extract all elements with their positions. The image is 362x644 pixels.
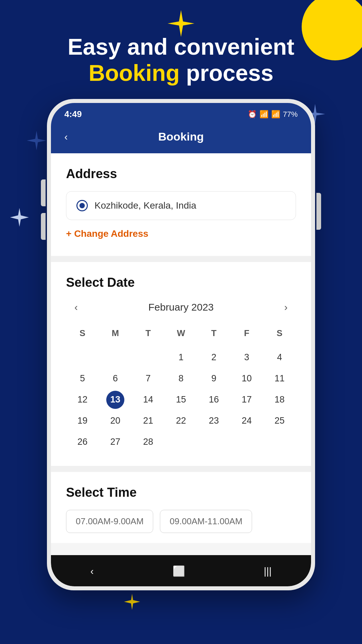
calendar-empty-0-0 xyxy=(66,347,99,368)
star-yellow-bottom-icon xyxy=(124,594,140,614)
calendar-day-22[interactable]: 22 xyxy=(165,410,197,431)
alarm-icon: ⏰ xyxy=(248,110,257,119)
calendar-day-19[interactable]: 19 xyxy=(66,410,99,431)
volume-down-button xyxy=(41,213,46,240)
header-area: Easy and convenient Booking process xyxy=(0,34,362,86)
calendar-day-25[interactable]: 25 xyxy=(263,410,296,431)
day-label-tue: T xyxy=(132,325,165,342)
address-value: Kozhikode, Kerala, India xyxy=(95,200,196,211)
nav-home-button[interactable]: ⬜ xyxy=(163,562,195,580)
calendar-day-11[interactable]: 11 xyxy=(263,368,296,389)
calendar-section: Select Date ‹ February 2023 › S M T W T … xyxy=(51,262,311,466)
status-icons: ⏰ 📶 📶 77% xyxy=(248,110,298,119)
calendar-empty-0-1 xyxy=(99,347,132,368)
calendar-nav: ‹ February 2023 › xyxy=(66,300,296,315)
nav-back-button[interactable]: ‹ xyxy=(80,563,104,580)
calendar-day-7[interactable]: 7 xyxy=(132,368,165,389)
calendar-day-27[interactable]: 27 xyxy=(99,431,132,452)
address-section-title: Address xyxy=(66,167,296,181)
calendar-month-label: February 2023 xyxy=(148,302,214,313)
back-button[interactable]: ‹ xyxy=(64,131,68,143)
nav-recents-button[interactable]: ||| xyxy=(254,563,282,580)
calendar-day-1[interactable]: 1 xyxy=(165,347,197,368)
calendar-day-headers: S M T W T F S xyxy=(66,325,296,342)
select-date-title: Select Date xyxy=(66,275,296,290)
section-divider-1 xyxy=(51,256,311,262)
calendar-day-2[interactable]: 2 xyxy=(197,347,230,368)
calendar-day-21[interactable]: 21 xyxy=(132,410,165,431)
day-label-sun: S xyxy=(66,325,99,342)
star-blue-left-icon xyxy=(27,131,46,155)
address-section: Address Kozhikode, Kerala, India + Chang… xyxy=(51,153,311,256)
time-slot-1[interactable]: 09.00AM-11.00AM xyxy=(160,510,252,533)
change-address-button[interactable]: + Change Address xyxy=(66,228,148,239)
prev-month-button[interactable]: ‹ xyxy=(69,300,83,315)
header-title: Easy and convenient Booking process xyxy=(20,34,342,86)
header-line1: Easy and convenient xyxy=(68,34,294,59)
bottom-nav: ‹ ⬜ ||| xyxy=(51,555,311,586)
time-slot-0[interactable]: 07.00AM-9.00AM xyxy=(66,510,153,533)
calendar-day-28[interactable]: 28 xyxy=(132,431,165,452)
calendar-day-18[interactable]: 18 xyxy=(263,389,296,410)
calendar-day-12[interactable]: 12 xyxy=(66,389,99,410)
calendar-day-16[interactable]: 16 xyxy=(197,389,230,410)
calendar-day-14[interactable]: 14 xyxy=(132,389,165,410)
day-label-sat: S xyxy=(263,325,296,342)
calendar-empty-4-3 xyxy=(165,431,197,452)
status-time: 4:49 xyxy=(64,109,82,119)
calendar-empty-4-4 xyxy=(197,431,230,452)
power-button xyxy=(316,193,321,230)
calendar-day-23[interactable]: 23 xyxy=(197,410,230,431)
wifi-icon: 📶 xyxy=(259,110,268,119)
app-title: Booking xyxy=(158,130,204,143)
radio-inner xyxy=(79,203,85,208)
select-time-title: Select Time xyxy=(66,485,296,500)
calendar-day-6[interactable]: 6 xyxy=(99,368,132,389)
phone-mockup: 4:49 ⏰ 📶 📶 77% ‹ Booking Address xyxy=(47,99,315,590)
calendar-empty-4-5 xyxy=(230,431,263,452)
calendar-day-10[interactable]: 10 xyxy=(230,368,263,389)
day-label-fri: F xyxy=(230,325,263,342)
app-content: Address Kozhikode, Kerala, India + Chang… xyxy=(51,153,311,555)
calendar-day-20[interactable]: 20 xyxy=(99,410,132,431)
next-month-button[interactable]: › xyxy=(279,300,293,315)
calendar-day-8[interactable]: 8 xyxy=(165,368,197,389)
calendar-day-13[interactable]: 13 xyxy=(106,391,124,409)
day-label-wed: W xyxy=(165,325,197,342)
calendar-day-17[interactable]: 17 xyxy=(230,389,263,410)
app-header: ‹ Booking xyxy=(51,123,311,153)
time-section: Select Time 07.00AM-9.00AM 09.00AM-11.00… xyxy=(51,472,311,543)
calendar-day-3[interactable]: 3 xyxy=(230,347,263,368)
calendar-day-26[interactable]: 26 xyxy=(66,431,99,452)
status-bar: 4:49 ⏰ 📶 📶 77% xyxy=(51,103,311,123)
calendar-day-15[interactable]: 15 xyxy=(165,389,197,410)
calendar-empty-4-6 xyxy=(263,431,296,452)
day-label-thu: T xyxy=(197,325,230,342)
content-scroll: Address Kozhikode, Kerala, India + Chang… xyxy=(51,153,311,555)
time-slots-container: 07.00AM-9.00AM 09.00AM-11.00AM xyxy=(66,510,296,533)
section-divider-2 xyxy=(51,466,311,472)
calendar-day-24[interactable]: 24 xyxy=(230,410,263,431)
calendar-empty-0-2 xyxy=(132,347,165,368)
calendar-day-9[interactable]: 9 xyxy=(197,368,230,389)
star-yellow-top-icon xyxy=(168,10,194,37)
address-box: Kozhikode, Kerala, India xyxy=(66,191,296,220)
radio-selected-icon xyxy=(76,200,88,211)
phone-screen: 4:49 ⏰ 📶 📶 77% ‹ Booking Address xyxy=(51,103,311,586)
header-booking-word: Booking xyxy=(88,60,180,86)
header-process-word: process xyxy=(180,60,274,86)
calendar-day-5[interactable]: 5 xyxy=(66,368,99,389)
battery-indicator: 77% xyxy=(283,110,298,119)
day-label-mon: M xyxy=(99,325,132,342)
volume-up-button xyxy=(41,179,46,206)
calendar-day-4[interactable]: 4 xyxy=(263,347,296,368)
signal-icon: 📶 xyxy=(271,110,280,119)
star-white-left-icon xyxy=(10,208,29,231)
calendar-grid: 1234567891011121314151617181920212223242… xyxy=(66,347,296,452)
